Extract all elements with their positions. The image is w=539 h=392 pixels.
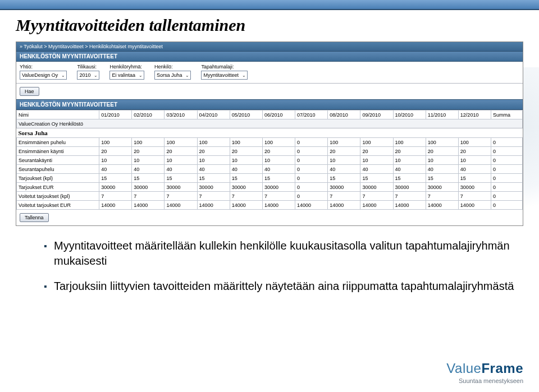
table-cell[interactable]: 15 [328, 174, 360, 183]
table-cell[interactable]: 7 [426, 192, 458, 201]
table-cell[interactable]: 15 [165, 174, 197, 183]
table-cell[interactable]: 15 [393, 174, 426, 183]
table-cell[interactable]: 30000 [99, 183, 132, 192]
table-cell[interactable]: 10 [230, 156, 262, 165]
table-cell[interactable]: 20 [132, 147, 165, 156]
table-cell[interactable]: 40 [262, 165, 295, 174]
table-cell[interactable]: 14000 [393, 201, 426, 210]
table-cell[interactable]: 40 [393, 165, 426, 174]
table-cell[interactable]: 10 [165, 156, 197, 165]
table-cell[interactable]: 10 [99, 156, 132, 165]
table-cell[interactable]: 7 [165, 192, 197, 201]
table-cell[interactable]: 0 [295, 192, 328, 201]
filter-fiscal-select[interactable]: 2010 ⌄ [77, 71, 99, 80]
table-cell[interactable]: 20 [360, 147, 393, 156]
table-cell[interactable]: 30000 [165, 183, 197, 192]
table-cell[interactable]: 100 [230, 138, 262, 147]
table-cell[interactable]: 100 [328, 138, 360, 147]
table-cell[interactable]: 14000 [230, 201, 262, 210]
table-cell[interactable]: 14000 [458, 201, 491, 210]
table-cell[interactable]: 0 [491, 156, 523, 165]
table-cell[interactable]: 100 [426, 138, 458, 147]
table-cell[interactable]: 10 [132, 156, 165, 165]
filter-person-select[interactable]: Sorsa Juha ⌄ [154, 71, 191, 80]
table-cell[interactable]: 10 [262, 156, 295, 165]
table-cell[interactable]: 40 [360, 165, 393, 174]
table-cell[interactable]: 14000 [426, 201, 458, 210]
table-cell[interactable]: 100 [99, 138, 132, 147]
table-cell[interactable]: 14000 [262, 201, 295, 210]
table-cell[interactable]: 40 [165, 165, 197, 174]
table-cell[interactable]: 7 [393, 192, 426, 201]
table-cell[interactable]: 40 [328, 165, 360, 174]
table-cell[interactable]: 20 [328, 147, 360, 156]
table-cell[interactable]: 15 [262, 174, 295, 183]
table-cell[interactable]: 10 [360, 156, 393, 165]
table-cell[interactable]: 0 [295, 165, 328, 174]
table-cell[interactable]: 7 [360, 192, 393, 201]
table-cell[interactable]: 30000 [328, 183, 360, 192]
table-cell[interactable]: 7 [262, 192, 295, 201]
table-cell[interactable]: 15 [197, 174, 230, 183]
table-cell[interactable]: 20 [262, 147, 295, 156]
table-cell[interactable]: 0 [295, 147, 328, 156]
table-cell[interactable]: 0 [491, 147, 523, 156]
table-cell[interactable]: 100 [458, 138, 491, 147]
table-cell[interactable]: 100 [360, 138, 393, 147]
save-button[interactable]: Tallenna [20, 213, 49, 222]
table-cell[interactable]: 7 [197, 192, 230, 201]
table-cell[interactable]: 100 [165, 138, 197, 147]
table-cell[interactable]: 15 [230, 174, 262, 183]
table-cell[interactable]: 30000 [262, 183, 295, 192]
table-cell[interactable]: 14000 [360, 201, 393, 210]
table-cell[interactable]: 20 [426, 147, 458, 156]
table-cell[interactable]: 0 [295, 156, 328, 165]
table-cell[interactable]: 14000 [295, 201, 328, 210]
table-cell[interactable]: 30000 [393, 183, 426, 192]
table-cell[interactable]: 40 [458, 165, 491, 174]
search-button[interactable]: Hae [20, 87, 39, 96]
table-cell[interactable]: 30000 [132, 183, 165, 192]
table-cell[interactable]: 20 [197, 147, 230, 156]
table-cell[interactable]: 100 [262, 138, 295, 147]
table-cell[interactable]: 15 [99, 174, 132, 183]
table-cell[interactable]: 20 [230, 147, 262, 156]
table-cell[interactable]: 30000 [426, 183, 458, 192]
table-cell[interactable]: 14000 [328, 201, 360, 210]
table-cell[interactable]: 0 [295, 183, 328, 192]
table-cell[interactable]: 20 [458, 147, 491, 156]
table-cell[interactable]: 15 [360, 174, 393, 183]
table-cell[interactable]: 30000 [230, 183, 262, 192]
table-cell[interactable]: 40 [99, 165, 132, 174]
table-cell[interactable]: 0 [491, 201, 523, 210]
table-cell[interactable]: 0 [491, 174, 523, 183]
table-cell[interactable]: 0 [491, 138, 523, 147]
table-cell[interactable]: 15 [132, 174, 165, 183]
table-cell[interactable]: 0 [295, 138, 328, 147]
table-cell[interactable]: 0 [491, 192, 523, 201]
table-cell[interactable]: 7 [230, 192, 262, 201]
table-cell[interactable]: 10 [426, 156, 458, 165]
table-cell[interactable]: 15 [458, 174, 491, 183]
table-cell[interactable]: 40 [132, 165, 165, 174]
table-cell[interactable]: 0 [491, 165, 523, 174]
table-cell[interactable]: 14000 [132, 201, 165, 210]
table-cell[interactable]: 100 [132, 138, 165, 147]
table-cell[interactable]: 40 [426, 165, 458, 174]
table-cell[interactable]: 0 [295, 174, 328, 183]
table-cell[interactable]: 7 [328, 192, 360, 201]
table-cell[interactable]: 30000 [360, 183, 393, 192]
table-cell[interactable]: 14000 [99, 201, 132, 210]
table-cell[interactable]: 0 [491, 183, 523, 192]
table-cell[interactable]: 7 [458, 192, 491, 201]
filter-group-select[interactable]: Ei valintaa ⌄ [109, 71, 144, 80]
table-cell[interactable]: 40 [230, 165, 262, 174]
table-cell[interactable]: 10 [458, 156, 491, 165]
table-cell[interactable]: 100 [393, 138, 426, 147]
table-cell[interactable]: 30000 [197, 183, 230, 192]
table-cell[interactable]: 20 [165, 147, 197, 156]
table-cell[interactable]: 40 [197, 165, 230, 174]
filter-eventtype-select[interactable]: Myyntitavoitteet ⌄ [201, 71, 248, 80]
table-cell[interactable]: 20 [99, 147, 132, 156]
table-cell[interactable]: 30000 [458, 183, 491, 192]
